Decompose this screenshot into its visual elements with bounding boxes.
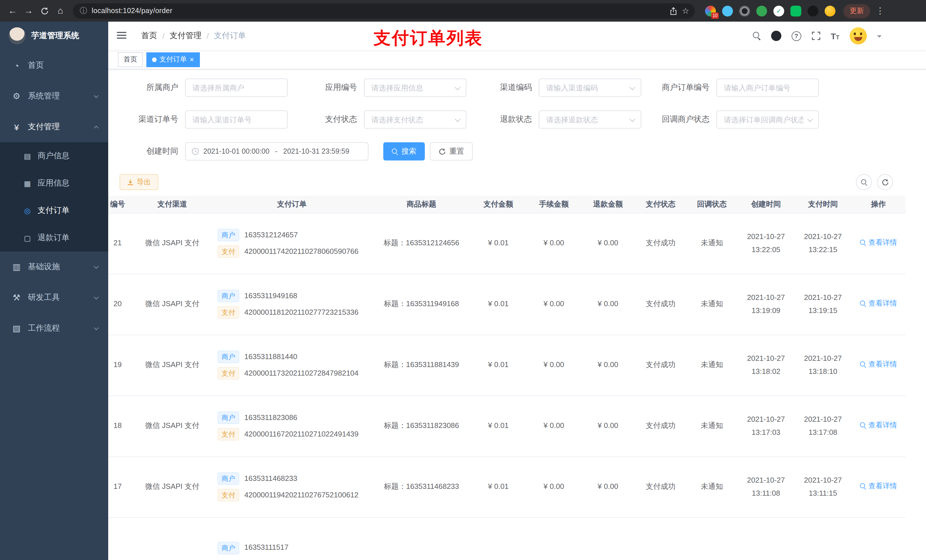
close-icon[interactable]: × (190, 56, 194, 63)
search-icon[interactable] (753, 32, 761, 40)
sidebar-item-app-info[interactable]: ▦ 应用信息 (0, 170, 108, 197)
sidebar-item-system[interactable]: ⚙ 系统管理 (0, 81, 108, 112)
address-bar[interactable]: ⓘ localhost:1024/pay/order ☆ (73, 3, 695, 18)
hamburger-icon[interactable] (117, 32, 126, 39)
fullscreen-icon[interactable] (811, 31, 820, 41)
browser-update-button[interactable]: 更新 (843, 4, 870, 18)
channel-order-no-input[interactable] (186, 111, 287, 128)
monitor-icon: ▥ (11, 262, 22, 272)
merchant-badge: 商户 (218, 472, 239, 485)
sidebar-item-label: 工作流程 (28, 323, 60, 334)
date-range-input[interactable]: 2021-10-01 00:00:00 - 2021-10-31 23:59:5… (185, 142, 368, 160)
date-separator: - (275, 147, 277, 155)
refresh-icon (439, 148, 446, 155)
github-icon[interactable] (771, 31, 781, 41)
col-order: 支付订单 (211, 196, 373, 213)
avatar[interactable] (850, 27, 867, 44)
chevron-down-icon (94, 264, 99, 269)
pay-status-select[interactable] (365, 111, 466, 128)
col-notify: 回调状态 (686, 196, 737, 213)
toggle-search-button[interactable] (856, 174, 872, 190)
field-channel-code: 渠道编码 (479, 78, 641, 97)
notify-status-select[interactable] (717, 111, 819, 128)
reload-icon[interactable] (36, 3, 52, 19)
screen: ← → ⌂ ⓘ localhost:1024/pay/order ☆ 10 ✓ (0, 0, 926, 560)
extension-icon-green[interactable] (756, 5, 767, 16)
extension-icon-dark[interactable] (808, 5, 819, 16)
sidebar-item-devtools[interactable]: ⚒ 研发工具 (0, 282, 108, 313)
col-refund: 退款金额 (581, 196, 635, 213)
table-row: 20 微信 JSAPI 支付 商户1635311949168 支付4200001… (108, 274, 905, 335)
navbar-actions: ? TT (753, 22, 882, 50)
browser-toolbar: ← → ⌂ ⓘ localhost:1024/pay/order ☆ 10 ✓ (0, 0, 926, 22)
pay-order-table: 编号 支付渠道 支付订单 商品标题 支付金额 手续金额 退款金额 支付状态 回调… (108, 196, 905, 560)
table-row: 19 微信 JSAPI 支付 商户1635311881440 支付4200001… (108, 335, 905, 395)
field-merchant: 所属商户 (125, 78, 287, 97)
date-start: 2021-10-01 00:00:00 (203, 147, 269, 155)
top-navbar: 首页 / 支付管理 / 支付订单 支付订单列表 ? TT (108, 22, 926, 50)
sidebar-item-pay-order[interactable]: ◎ 支付订单 (0, 197, 108, 224)
field-refund-status: 退款状态 (479, 110, 641, 128)
flow-icon: ▧ (11, 323, 22, 334)
site-info-icon[interactable]: ⓘ (80, 6, 87, 16)
sidebar-menu: ◔ 首页 ⚙ 系统管理 ¥ 支付管理 ▤ 商户信息 ▦ 应用信息 (0, 50, 108, 344)
home-icon[interactable]: ⌂ (52, 3, 68, 19)
tag-home[interactable]: 首页 (118, 52, 143, 67)
field-label: 渠道编码 (479, 83, 539, 93)
logo-avatar (9, 27, 26, 44)
merchant-badge: 商户 (218, 350, 239, 363)
refresh-table-button[interactable] (877, 174, 893, 190)
extension-icon-check[interactable]: ✓ (773, 5, 784, 16)
reset-button[interactable]: 重置 (430, 142, 473, 160)
search-icon (860, 300, 866, 307)
field-label: 退款状态 (479, 115, 539, 125)
field-pay-status: 支付状态 (304, 110, 466, 128)
breadcrumb-home[interactable]: 首页 (141, 31, 157, 41)
field-label: 创建时间 (125, 146, 185, 157)
col-fee: 手续金额 (527, 196, 581, 213)
export-button[interactable]: 导出 (120, 174, 158, 190)
view-detail-link[interactable]: 查看详情 (860, 237, 897, 249)
back-icon[interactable]: ← (5, 3, 21, 19)
pay-badge: 支付 (218, 489, 239, 501)
avatar-caret-icon[interactable] (877, 35, 882, 40)
url-text: localhost:1024/pay/order (92, 7, 172, 15)
tag-pay-order[interactable]: 支付订单 × (146, 52, 200, 67)
extension-icon-blue[interactable] (722, 5, 733, 16)
bookmark-star-icon[interactable]: ☆ (682, 6, 689, 15)
field-label: 所属商户 (125, 83, 185, 93)
sidebar-item-refund-order[interactable]: ▢ 退款订单 (0, 224, 108, 252)
extension-icon-gray[interactable] (739, 5, 750, 16)
extension-icon-chat[interactable] (790, 5, 801, 16)
page-title-annotation: 支付订单列表 (374, 27, 483, 50)
sidebar-item-merchant-info[interactable]: ▤ 商户信息 (0, 142, 108, 170)
app-select[interactable] (365, 79, 466, 96)
sidebar-item-workflow[interactable]: ▧ 工作流程 (0, 313, 108, 344)
help-icon[interactable]: ? (791, 31, 801, 41)
sidebar-item-home[interactable]: ◔ 首页 (0, 50, 108, 81)
merchant-input[interactable] (186, 79, 287, 96)
search-icon (860, 240, 866, 246)
forward-icon[interactable]: → (21, 3, 36, 19)
view-detail-link[interactable]: 查看详情 (860, 297, 897, 310)
search-button[interactable]: 搜索 (383, 142, 425, 160)
sidebar-item-payment[interactable]: ¥ 支付管理 (0, 112, 108, 142)
refund-status-select[interactable] (539, 111, 641, 128)
merchant-order-no-input[interactable] (717, 79, 819, 96)
extensions-row: 10 ✓ (705, 5, 835, 16)
sidebar-item-infrastructure[interactable]: ▥ 基础设施 (0, 252, 108, 282)
col-actions: 操作 (851, 196, 905, 213)
table-header-row: 编号 支付渠道 支付订单 商品标题 支付金额 手续金额 退款金额 支付状态 回调… (108, 196, 905, 213)
view-detail-link[interactable]: 查看详情 (860, 359, 897, 371)
extension-icon-dots[interactable]: 10 (705, 5, 716, 16)
font-size-icon[interactable]: TT (831, 32, 840, 40)
field-label: 回调商户状态 (657, 115, 716, 125)
breadcrumb-pay[interactable]: 支付管理 (170, 31, 201, 41)
share-icon[interactable] (670, 6, 678, 15)
extension-icon-face[interactable] (825, 5, 835, 16)
channel-code-select[interactable] (539, 79, 641, 96)
chevron-up-icon (94, 125, 99, 130)
view-detail-link[interactable]: 查看详情 (860, 420, 897, 432)
view-detail-link[interactable]: 查看详情 (860, 480, 897, 492)
browser-menu-icon[interactable]: ⋮ (876, 6, 884, 16)
